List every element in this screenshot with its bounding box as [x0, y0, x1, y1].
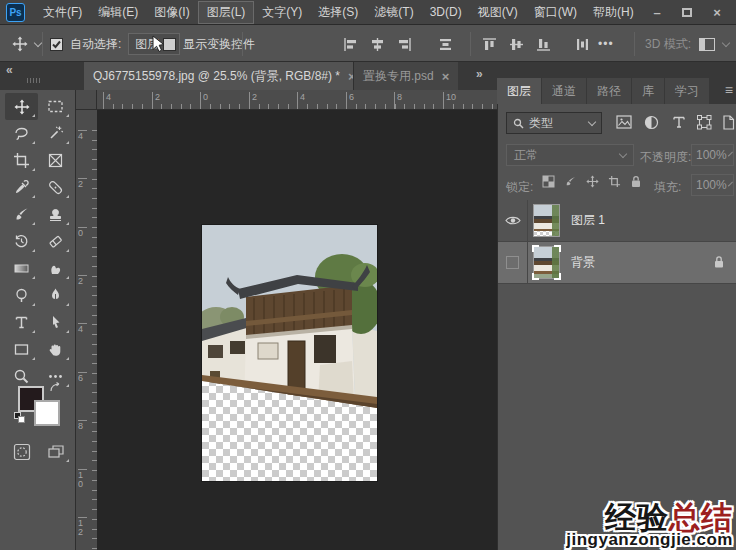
- layer-row-background[interactable]: 背景: [498, 242, 736, 284]
- document-canvas[interactable]: [202, 225, 377, 481]
- collapse-panel-button[interactable]: «: [6, 63, 13, 77]
- layer-thumbnail[interactable]: [533, 204, 560, 237]
- tool-crop[interactable]: [5, 147, 38, 174]
- menu-select[interactable]: 选择(S): [310, 2, 366, 23]
- tool-path-selection[interactable]: [39, 309, 72, 336]
- auto-select-checkbox[interactable]: [50, 38, 63, 51]
- blend-mode-dropdown[interactable]: 正常: [506, 144, 634, 166]
- document-tab-inactive[interactable]: 置换专用.psd ×: [353, 62, 458, 90]
- more-options-button[interactable]: •••: [598, 37, 614, 51]
- close-tab-icon[interactable]: ×: [442, 69, 450, 84]
- align-horizontal-centers-icon[interactable]: [370, 37, 385, 52]
- layer-filter-dropdown[interactable]: 类型: [506, 112, 602, 134]
- tab-paths[interactable]: 路径: [587, 78, 631, 104]
- distribute-vertical-icon[interactable]: [575, 37, 590, 52]
- layer-row-1[interactable]: 图层 1: [498, 200, 736, 242]
- dock-grip-handle[interactable]: [27, 78, 41, 83]
- tool-clone-stamp[interactable]: [39, 201, 72, 228]
- horizontal-ruler: 4 2 0 2 4 6 8 10: [97, 90, 497, 110]
- more-tabs-button[interactable]: »: [476, 67, 483, 81]
- tool-smudge[interactable]: [39, 255, 72, 282]
- layer-name[interactable]: 背景: [571, 254, 595, 271]
- opacity-input[interactable]: 100%: [691, 144, 734, 166]
- distribute-horizontal-icon[interactable]: [438, 37, 453, 52]
- lock-position-icon[interactable]: [586, 175, 599, 188]
- tool-gradient[interactable]: [5, 255, 38, 282]
- menu-filter[interactable]: 滤镜(T): [366, 2, 421, 23]
- tool-frame[interactable]: [39, 147, 72, 174]
- align-vertical-centers-icon[interactable]: [509, 37, 524, 52]
- swap-colors-icon[interactable]: [49, 382, 62, 394]
- menu-image[interactable]: 图像(I): [146, 2, 197, 23]
- type-icon: [13, 314, 30, 331]
- visibility-eye-icon[interactable]: [505, 215, 521, 226]
- tool-type[interactable]: [5, 309, 38, 336]
- close-button[interactable]: ×: [702, 5, 732, 20]
- align-bottom-edges-icon[interactable]: [536, 37, 551, 52]
- canvas-area[interactable]: [97, 110, 497, 550]
- tab-layers[interactable]: 图层: [497, 78, 541, 104]
- document-tab-active[interactable]: QJ6775155978.jpg @ 25.5% (背景, RGB/8#) * …: [84, 62, 365, 90]
- tab-libraries[interactable]: 库: [632, 78, 664, 104]
- lasso-icon: [13, 125, 30, 142]
- move-tool-preset[interactable]: [12, 26, 41, 62]
- lock-artboard-icon[interactable]: [608, 175, 621, 188]
- stamp-icon: [47, 206, 64, 223]
- menu-type[interactable]: 文字(Y): [254, 2, 310, 23]
- maximize-button[interactable]: [672, 5, 702, 20]
- minimize-button[interactable]: –: [642, 5, 672, 20]
- filter-shape-layers-icon[interactable]: [697, 115, 712, 130]
- menu-help[interactable]: 帮助(H): [585, 2, 642, 23]
- tool-dodge[interactable]: [5, 282, 38, 309]
- workspace-icon[interactable]: [699, 38, 715, 51]
- layer-name[interactable]: 图层 1: [571, 212, 605, 229]
- tool-spot-healing[interactable]: [39, 174, 72, 201]
- align-right-edges-icon[interactable]: [397, 37, 412, 52]
- filter-pixel-layers-icon[interactable]: [616, 115, 632, 129]
- tool-eyedropper[interactable]: [5, 174, 38, 201]
- smudge-finger-icon: [47, 260, 64, 277]
- tool-pen[interactable]: [39, 282, 72, 309]
- background-color-swatch[interactable]: [34, 400, 60, 426]
- healing-patch-icon: [47, 179, 64, 196]
- visibility-toggle-empty[interactable]: [506, 256, 519, 269]
- default-colors-icon[interactable]: [14, 412, 25, 423]
- tool-brush[interactable]: [5, 201, 38, 228]
- tool-lasso[interactable]: [5, 120, 38, 147]
- menu-layer[interactable]: 图层(L): [198, 1, 255, 24]
- menu-view[interactable]: 视图(V): [470, 2, 526, 23]
- layers-list: 图层 1 背景: [498, 200, 736, 284]
- quick-mask-button[interactable]: [5, 438, 38, 465]
- fill-label: 填充:: [654, 179, 681, 196]
- fill-input[interactable]: 100%: [691, 174, 734, 196]
- filter-type-layers-icon[interactable]: [672, 115, 686, 129]
- filter-adjustment-layers-icon[interactable]: [644, 115, 659, 130]
- tools-palette: [0, 90, 76, 550]
- lock-all-icon[interactable]: [630, 175, 642, 188]
- tool-history-brush[interactable]: [5, 228, 38, 255]
- tool-rectangle[interactable]: [5, 336, 38, 363]
- menu-window[interactable]: 窗口(W): [526, 2, 585, 23]
- panel-menu-icon[interactable]: ≡: [725, 82, 733, 98]
- align-left-edges-icon[interactable]: [343, 37, 358, 52]
- ruler-origin-corner: [76, 90, 97, 110]
- lock-transparency-icon[interactable]: [542, 175, 555, 188]
- layer-lock-icon[interactable]: [713, 255, 725, 269]
- filter-smart-objects-icon[interactable]: [722, 115, 735, 130]
- menu-file[interactable]: 文件(F): [35, 2, 90, 23]
- history-brush-icon: [13, 233, 30, 250]
- screen-mode-button[interactable]: [39, 438, 72, 465]
- tab-channels[interactable]: 通道: [542, 78, 586, 104]
- align-top-edges-icon[interactable]: [482, 37, 497, 52]
- menu-3d[interactable]: 3D(D): [422, 3, 470, 21]
- tool-magic-wand[interactable]: [39, 120, 72, 147]
- tab-learn[interactable]: 学习: [665, 78, 709, 104]
- tool-move[interactable]: [5, 93, 38, 120]
- tool-hand[interactable]: [39, 336, 72, 363]
- tool-rectangular-marquee[interactable]: [39, 93, 72, 120]
- tool-eraser[interactable]: [39, 228, 72, 255]
- mouse-cursor-icon: [152, 35, 165, 53]
- layer-thumbnail[interactable]: [533, 246, 560, 279]
- menu-edit[interactable]: 编辑(E): [90, 2, 146, 23]
- lock-pixels-icon[interactable]: [564, 175, 577, 188]
